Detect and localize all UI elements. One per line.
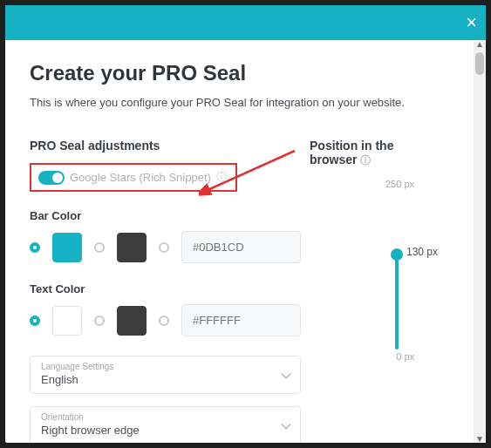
modal-header: × [5, 5, 486, 40]
bar-color-label: Bar Color [30, 209, 301, 222]
text-color-label: Text Color [30, 282, 301, 295]
orientation-select-label: Orientation [41, 412, 290, 422]
language-select-value: English [41, 373, 290, 386]
text-color-hex-wrap [181, 304, 301, 336]
bar-color-swatch-dark[interactable] [117, 233, 147, 262]
scrollbar-thumb[interactable] [475, 52, 484, 75]
text-color-radio-2[interactable] [94, 316, 105, 326]
orientation-select[interactable]: Orientation Right browser edge [30, 406, 301, 443]
bar-color-radio-3[interactable] [159, 242, 169, 253]
position-slider-area: 250 px 0 px 130 px [310, 179, 449, 362]
language-select-label: Language Settings [41, 362, 290, 371]
google-stars-label: Google Stars (Rich Snippet) [70, 171, 211, 184]
adjustments-column: PRO Seal adjustments Google Stars (Rich … [30, 139, 301, 443]
scroll-down-icon[interactable]: ▼ [474, 434, 486, 443]
adjustments-title: PRO Seal adjustments [30, 139, 301, 153]
position-title: Position in the browserⓘ [310, 139, 449, 168]
slider-handle[interactable]: 130 px [391, 248, 403, 261]
bar-color-radio-1[interactable] [30, 242, 40, 253]
slider-min-label: 0 px [396, 351, 414, 362]
content-columns: PRO Seal adjustments Google Stars (Rich … [30, 139, 449, 443]
slider-track[interactable]: 130 px [395, 191, 399, 350]
position-column: Position in the browserⓘ 250 px 0 px 130… [310, 139, 449, 443]
page-title: Create your PRO Seal [30, 61, 449, 85]
google-stars-toggle[interactable] [38, 171, 65, 185]
text-color-swatch-white[interactable] [52, 306, 82, 336]
bar-color-row [30, 231, 301, 263]
slider-max-label: 250 px [385, 179, 414, 189]
text-color-hex-input[interactable] [181, 304, 301, 336]
modal-body: Create your PRO Seal This is where you c… [5, 40, 474, 443]
info-icon[interactable]: ⓘ [360, 154, 371, 166]
text-color-radio-3[interactable] [159, 316, 169, 326]
page-intro: This is where you configure your PRO Sea… [30, 96, 449, 109]
language-select[interactable]: Language Settings English [30, 356, 301, 394]
slider-track-fill [395, 255, 399, 350]
text-color-radio-1[interactable] [30, 316, 40, 326]
close-icon[interactable]: × [466, 11, 477, 34]
scroll-up-icon[interactable]: ▲ [474, 40, 486, 49]
google-stars-highlight: Google Stars (Rich Snippet) ⓘ [30, 163, 237, 192]
slider-value-label: 130 px [406, 246, 438, 258]
scrollbar[interactable]: ▲ ▼ [474, 40, 486, 443]
bar-color-hex-input[interactable] [181, 231, 301, 263]
modal: × Create your PRO Seal This is where you… [5, 5, 486, 443]
modal-scroll-shell: Create your PRO Seal This is where you c… [5, 40, 486, 443]
position-title-text: Position in the browser [310, 139, 393, 166]
text-color-swatch-dark[interactable] [117, 306, 147, 336]
info-icon[interactable]: ⓘ [216, 170, 227, 185]
bar-color-hex-wrap [181, 231, 301, 263]
orientation-select-value: Right browser edge [41, 424, 290, 437]
text-color-row [30, 304, 301, 336]
bar-color-swatch-teal[interactable] [52, 233, 82, 262]
bar-color-radio-2[interactable] [94, 242, 105, 253]
